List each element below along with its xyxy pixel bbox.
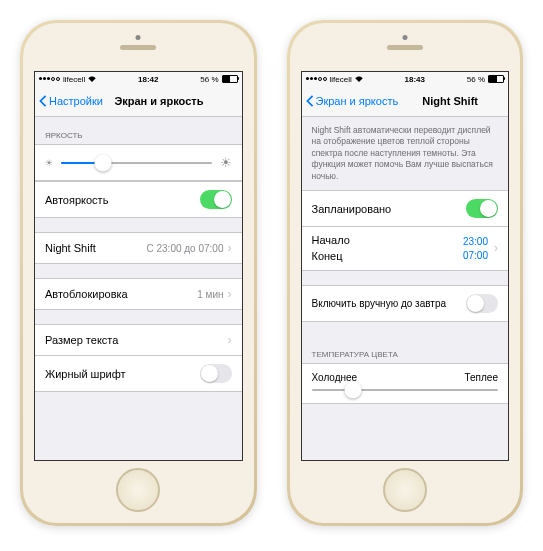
manual-enable-toggle[interactable]: [466, 294, 498, 313]
brightness-slider[interactable]: [61, 162, 212, 164]
signal-dots-icon: [306, 77, 327, 81]
from-time: 23:00: [463, 235, 488, 249]
nav-bar: Настройки Экран и яркость: [35, 86, 242, 117]
battery-pct: 56 %: [200, 75, 218, 84]
wifi-icon: [355, 75, 363, 84]
battery-icon: [488, 75, 504, 83]
night-shift-detail: С 23:00 до 07:00: [146, 243, 223, 254]
phone-body: lifecell 18:42 56 % Настройки Экран и яр…: [23, 23, 254, 523]
battery-icon: [222, 75, 238, 83]
speaker: [120, 45, 156, 50]
chevron-right-icon: ›: [494, 240, 498, 257]
chevron-left-icon: [39, 95, 47, 107]
status-bar: lifecell 18:42 56 %: [35, 72, 242, 86]
content: ЯРКОСТЬ ☀︎ ☀︎ Автояркость: [35, 117, 242, 461]
phone-body: lifecell 18:43 56 % Экран и яркость Nigh…: [290, 23, 521, 523]
carrier-label: lifecell: [63, 75, 85, 84]
screen-left: lifecell 18:42 56 % Настройки Экран и яр…: [34, 71, 243, 461]
schedule-times-row[interactable]: Начало Конец 23:00 07:00 ›: [302, 227, 509, 271]
brightness-header: ЯРКОСТЬ: [35, 117, 242, 144]
nav-bar: Экран и яркость Night Shift: [302, 86, 509, 117]
bold-text-toggle[interactable]: [200, 364, 232, 383]
sun-small-icon: ☀︎: [45, 158, 53, 168]
status-bar: lifecell 18:43 56 %: [302, 72, 509, 86]
chevron-right-icon: ›: [228, 287, 232, 301]
home-button[interactable]: [383, 468, 427, 512]
temp-labels: Холоднее Теплее: [302, 363, 509, 385]
autolock-detail: 1 мин: [197, 289, 223, 300]
clock: 18:42: [138, 75, 158, 84]
bold-text-label: Жирный шрифт: [45, 368, 126, 380]
back-button[interactable]: Настройки: [35, 95, 103, 107]
content: Night Shift автоматически переводит дисп…: [302, 117, 509, 461]
manual-enable-row: Включить вручную до завтра: [302, 285, 509, 322]
scheduled-label: Запланировано: [312, 203, 392, 215]
color-temp-header: ТЕМПЕРАТУРА ЦВЕТА: [302, 336, 509, 363]
back-button[interactable]: Экран и яркость: [302, 95, 399, 107]
phone-left: lifecell 18:42 56 % Настройки Экран и яр…: [20, 20, 257, 526]
to-time: 07:00: [463, 249, 488, 263]
manual-enable-label: Включить вручную до завтра: [312, 298, 447, 309]
camera-dot: [402, 35, 407, 40]
warmer-label: Теплее: [465, 372, 498, 383]
text-size-row[interactable]: Размер текста ›: [35, 324, 242, 356]
chevron-left-icon: [306, 95, 314, 107]
back-label: Экран и яркость: [316, 95, 399, 107]
brightness-slider-row: ☀︎ ☀︎: [35, 144, 242, 181]
text-size-label: Размер текста: [45, 334, 118, 346]
auto-brightness-toggle[interactable]: [200, 190, 232, 209]
home-button[interactable]: [116, 468, 160, 512]
screen-right: lifecell 18:43 56 % Экран и яркость Nigh…: [301, 71, 510, 461]
page-title: Night Shift: [422, 95, 478, 107]
from-label: Начало: [312, 233, 350, 248]
auto-brightness-label: Автояркость: [45, 194, 108, 206]
night-shift-label: Night Shift: [45, 242, 96, 254]
back-label: Настройки: [49, 95, 103, 107]
bold-text-row: Жирный шрифт: [35, 356, 242, 392]
signal-dots-icon: [39, 77, 60, 81]
camera-dot: [136, 35, 141, 40]
autolock-label: Автоблокировка: [45, 288, 128, 300]
night-shift-row[interactable]: Night Shift С 23:00 до 07:00›: [35, 232, 242, 264]
chevron-right-icon: ›: [228, 241, 232, 255]
auto-brightness-row: Автояркость: [35, 181, 242, 218]
speaker: [387, 45, 423, 50]
scheduled-toggle[interactable]: [466, 199, 498, 218]
sun-large-icon: ☀︎: [220, 155, 232, 170]
autolock-row[interactable]: Автоблокировка 1 мин›: [35, 278, 242, 310]
chevron-right-icon: ›: [228, 333, 232, 347]
page-title: Экран и яркость: [114, 95, 203, 107]
carrier-label: lifecell: [330, 75, 352, 84]
wifi-icon: [88, 75, 96, 84]
clock: 18:43: [405, 75, 425, 84]
phone-right: lifecell 18:43 56 % Экран и яркость Nigh…: [287, 20, 524, 526]
color-temp-slider[interactable]: [312, 389, 499, 391]
scheduled-row: Запланировано: [302, 190, 509, 227]
battery-pct: 56 %: [467, 75, 485, 84]
night-shift-description: Night Shift автоматически переводит дисп…: [302, 117, 509, 190]
to-label: Конец: [312, 249, 350, 264]
